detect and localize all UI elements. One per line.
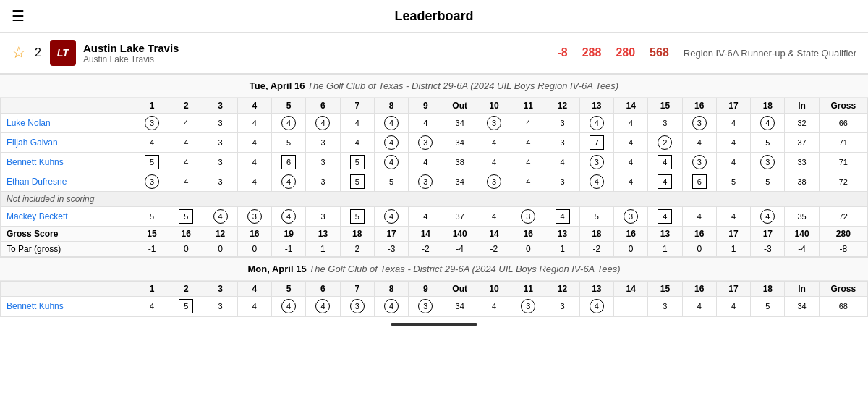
team-to-par: -8: [557, 46, 567, 59]
score-cell: 3: [511, 297, 545, 316]
score-cell: 3: [579, 153, 613, 172]
score-cell: 5: [340, 207, 374, 227]
col-hole-1: 1: [135, 98, 169, 114]
score-cell: 4: [409, 153, 443, 172]
team-round2: 280: [616, 46, 635, 59]
gross-value: 16: [613, 227, 647, 242]
topar-value: 1: [648, 242, 682, 257]
score-cell: 5: [374, 172, 408, 192]
player-name[interactable]: Elijah Galvan: [1, 133, 135, 153]
score-cell: 3: [203, 297, 237, 316]
round-section: Tue, April 16 The Golf Club of Texas - D…: [0, 75, 868, 258]
page: ☰ Leaderboard ☆ 2 LT Austin Lake Travis …: [0, 0, 868, 401]
col-hole-4: 4: [237, 282, 271, 297]
round-header: Tue, April 16 The Golf Club of Texas - D…: [0, 75, 868, 98]
score-cell: 3: [511, 207, 545, 227]
score-cell: 4: [237, 153, 271, 172]
score-cell: 4: [409, 114, 443, 133]
player-name[interactable]: Ethan Dufresne: [1, 172, 135, 192]
round-course: The Golf Club of Texas - District 29-6A …: [309, 263, 620, 274]
score-cell: 4: [613, 172, 647, 192]
header: ☰ Leaderboard: [0, 0, 868, 33]
score-cell: 3: [613, 207, 647, 227]
col-hole-12: 12: [545, 282, 579, 297]
topar-value: -2: [477, 242, 511, 257]
score-cell: 5: [751, 172, 785, 192]
score-cell: 5: [135, 207, 169, 227]
player-name[interactable]: Mackey Beckett: [1, 207, 135, 227]
score-cell: 4: [306, 297, 340, 316]
score-cell: 3: [203, 133, 237, 153]
scrollbar-row: [0, 317, 868, 332]
score-cell: 71: [819, 133, 867, 153]
score-cell: 4: [751, 207, 785, 227]
score-cell: 34: [443, 133, 477, 153]
gross-value: 12: [203, 227, 237, 242]
hamburger-icon[interactable]: ☰: [12, 7, 25, 25]
topar-value: -1: [272, 242, 306, 257]
col-hole-11: 11: [511, 282, 545, 297]
score-cell: 4: [237, 297, 271, 316]
gross-value: 13: [545, 227, 579, 242]
score-cell: 3: [545, 297, 579, 316]
gross-value: 140: [785, 227, 819, 242]
col-hole-Out: Out: [443, 282, 477, 297]
col-hole-7: 7: [340, 282, 374, 297]
score-cell: 4: [751, 114, 785, 133]
col-hole-15: 15: [648, 98, 682, 114]
topar-value: 1: [545, 242, 579, 257]
score-cell: 32: [785, 114, 819, 133]
score-cell: 5: [340, 172, 374, 192]
score-cell: 4: [272, 114, 306, 133]
player-name[interactable]: Bennett Kuhns: [1, 153, 135, 172]
score-cell: 3: [545, 172, 579, 192]
score-cell: 71: [819, 153, 867, 172]
score-cell: 4: [169, 114, 203, 133]
score-cell: 4: [374, 133, 408, 153]
round-header: Mon, April 15 The Golf Club of Texas - D…: [0, 258, 868, 281]
table-row: Luke Nolan343444444343434433443266: [1, 114, 868, 133]
scroll-indicator[interactable]: [391, 323, 477, 326]
topar-value: 0: [203, 242, 237, 257]
gross-value: 14: [477, 227, 511, 242]
score-cell: 38: [443, 153, 477, 172]
score-cell: 3: [203, 153, 237, 172]
gross-value: 16: [511, 227, 545, 242]
score-cell: 3: [477, 172, 511, 192]
topar-value: 0: [613, 242, 647, 257]
topar-value: -2: [579, 242, 613, 257]
player-name[interactable]: Bennett Kuhns: [1, 297, 135, 316]
topar-value: -1: [135, 242, 169, 257]
topar-value: 1: [306, 242, 340, 257]
score-cell: 3: [409, 172, 443, 192]
score-cell: 3: [409, 133, 443, 153]
team-info: Austin Lake Travis Austin Lake Travis: [83, 42, 558, 64]
score-cell: 4: [169, 133, 203, 153]
score-cell: 3: [682, 114, 716, 133]
score-cell: 72: [819, 172, 867, 192]
col-hole-3: 3: [203, 282, 237, 297]
round-date: Tue, April 16: [250, 80, 305, 91]
score-cell: 4: [716, 114, 750, 133]
star-icon[interactable]: ☆: [12, 43, 26, 62]
gross-value: 16: [237, 227, 271, 242]
score-cell: 3: [306, 207, 340, 227]
col-hole-Gross: Gross: [819, 282, 867, 297]
player-name[interactable]: Luke Nolan: [1, 114, 135, 133]
score-cell: 4: [716, 153, 750, 172]
gross-value: 15: [135, 227, 169, 242]
score-cell: 38: [785, 172, 819, 192]
score-cell: 4: [237, 114, 271, 133]
col-hole-9: 9: [409, 98, 443, 114]
topar-value: 0: [682, 242, 716, 257]
to-par-row: To Par (gross)-1000-112-3-2-4-201-20101-…: [1, 242, 868, 257]
score-cell: 4: [716, 297, 750, 316]
score-cell: 4: [374, 114, 408, 133]
col-hole-12: 12: [545, 98, 579, 114]
score-cell: 37: [785, 133, 819, 153]
score-cell: 4: [374, 207, 408, 227]
score-cell: 4: [409, 207, 443, 227]
col-hole-2: 2: [169, 98, 203, 114]
score-cell: 4: [374, 297, 408, 316]
topar-value: 0: [511, 242, 545, 257]
